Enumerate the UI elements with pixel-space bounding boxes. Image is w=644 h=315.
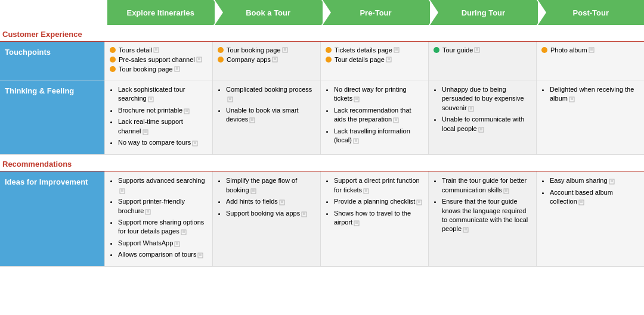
thinking-item: Lack real-time support channel	[118, 117, 208, 136]
touchpoint-item: Photo album	[541, 46, 639, 54]
edit-icon	[474, 47, 480, 53]
idea-item: Account based album collection	[550, 188, 639, 207]
dot-orange	[110, 66, 116, 72]
header-arrows: Explore ItinerariesBook a TourPre-TourDu…	[107, 0, 644, 25]
edit-icon	[578, 199, 584, 205]
thinking-item: Lack recommendation that aids the prepar…	[334, 106, 423, 124]
edit-icon	[192, 140, 198, 146]
edit-icon	[282, 47, 288, 53]
thinking-cell-1: Complicated booking processUnable to boo…	[212, 80, 320, 154]
idea-item: Simplify the page flow of booking	[226, 176, 315, 195]
edit-icon	[250, 188, 256, 194]
edit-icon	[119, 188, 125, 194]
touchpoint-item: Tour guide	[434, 46, 531, 54]
idea-item: Provide a planning checklist	[334, 197, 423, 206]
edit-icon	[196, 57, 202, 63]
edit-icon	[249, 117, 255, 123]
touchpoint-text: Tour details page	[335, 56, 385, 63]
idea-item: Add hints to fields	[226, 197, 315, 206]
touchpoint-text: Pre-sales support channel	[119, 56, 195, 63]
touchpoint-text: Tickets details page	[335, 46, 392, 54]
dot-orange	[110, 57, 116, 63]
edit-icon	[279, 199, 285, 205]
dot-orange	[326, 57, 332, 63]
ideas-cell-4: Easy album sharingAccount based album co…	[536, 171, 644, 266]
ideas-cell-3: Train the tour guide for better communic…	[428, 171, 536, 266]
edit-icon	[148, 96, 154, 102]
thinking-item: Lack travelling information (local)	[334, 127, 423, 145]
idea-item: Train the tour guide for better communic…	[442, 176, 531, 195]
edit-icon	[143, 129, 148, 135]
edit-icon	[463, 226, 469, 232]
thinking-item: Unable to communicate with local people	[442, 115, 531, 133]
arrow-1: Book a Tour	[215, 0, 321, 25]
idea-item: Allows comparison of tours	[118, 250, 208, 259]
touchpoint-item: Tour details page	[326, 56, 423, 63]
ideas-row: Ideas for Improvement Supports advanced …	[0, 171, 644, 267]
dot-orange	[218, 47, 224, 53]
arrow-0: Explore Itineraries	[107, 0, 213, 25]
idea-item: Supports advanced searching	[118, 176, 208, 195]
idea-item: Support WhatsApp	[118, 239, 208, 248]
touchpoint-text: Photo album	[550, 46, 587, 54]
touchpoints-cell-2: Tickets details pageTour details page	[320, 42, 428, 80]
edit-icon	[184, 108, 190, 114]
idea-item: Shows how to travel to the airport	[334, 209, 423, 227]
arrow-4: Post-Tour	[538, 0, 644, 25]
arrow-2: Pre-Tour	[323, 0, 429, 25]
dot-green	[434, 47, 439, 53]
edit-icon	[393, 117, 399, 123]
customer-experience-label: Customer Experience	[0, 25, 644, 42]
edit-icon	[301, 211, 307, 217]
recommendations-label: Recommendations	[0, 155, 644, 171]
thinking-item: Lack sophisticated tour searching	[118, 85, 208, 104]
edit-icon	[354, 96, 360, 102]
touchpoint-text: Tours detail	[119, 46, 152, 54]
edit-icon	[145, 208, 151, 214]
thinking-item: Unable to book via smart devices	[226, 106, 315, 124]
touchpoints-header: Touchpoints	[0, 42, 104, 80]
edit-icon	[478, 126, 484, 132]
idea-item: Easy album sharing	[550, 176, 639, 185]
touchpoint-item: Tour booking page	[218, 46, 315, 54]
idea-item: Ensure that the tour guide knows the lan…	[442, 197, 531, 234]
thinking-item: Brochure not printable	[118, 106, 208, 115]
thinking-cell-0: Lack sophisticated tour searchingBrochur…	[104, 80, 212, 154]
ideas-cell-1: Simplify the page flow of bookingAdd hin…	[212, 171, 320, 266]
idea-item: Support booking via apps	[226, 209, 315, 218]
touchpoint-text: Tour booking page	[119, 66, 173, 73]
thinking-cell-4: Delighted when receiving the album	[536, 80, 644, 154]
idea-item: Support printer-friendly brochure	[118, 197, 208, 216]
touchpoint-text: Tour booking page	[227, 46, 281, 54]
thinking-feeling-header: Thinking & Feeling	[0, 80, 104, 154]
touchpoints-cell-4: Photo album	[536, 42, 644, 80]
dot-orange	[541, 47, 547, 53]
touchpoint-text: Tour guide	[442, 46, 473, 54]
edit-icon	[503, 188, 509, 194]
touchpoint-item: Pre-sales support channel	[110, 56, 208, 63]
touchpoint-item: Tours detail	[110, 46, 208, 54]
touchpoints-row: Touchpoints Tours detailPre-sales suppor…	[0, 42, 644, 80]
idea-item: Support a direct print function for tick…	[334, 176, 423, 195]
edit-icon	[181, 229, 187, 235]
edit-icon	[386, 57, 392, 63]
touchpoints-cell-3: Tour guide	[428, 42, 536, 80]
touchpoints-cell-1: Tour booking pageCompany apps	[212, 42, 320, 80]
edit-icon	[153, 47, 159, 53]
dot-orange	[110, 47, 116, 53]
thinking-cell-3: Unhappy due to being persuaded to buy ex…	[428, 80, 536, 154]
edit-icon	[354, 220, 360, 226]
edit-icon	[174, 66, 180, 72]
edit-icon	[416, 199, 422, 205]
edit-icon	[197, 252, 203, 258]
touchpoint-item: Tickets details page	[326, 46, 423, 54]
edit-icon	[394, 47, 400, 53]
edit-icon	[174, 241, 180, 247]
thinking-cell-2: No direct way for printing ticketsLack r…	[320, 80, 428, 154]
edit-icon	[569, 96, 575, 102]
edit-icon	[609, 178, 615, 184]
dot-orange	[218, 57, 224, 63]
ideas-cell-2: Support a direct print function for tick…	[320, 171, 428, 266]
edit-icon	[468, 105, 474, 111]
edit-icon	[353, 138, 359, 144]
